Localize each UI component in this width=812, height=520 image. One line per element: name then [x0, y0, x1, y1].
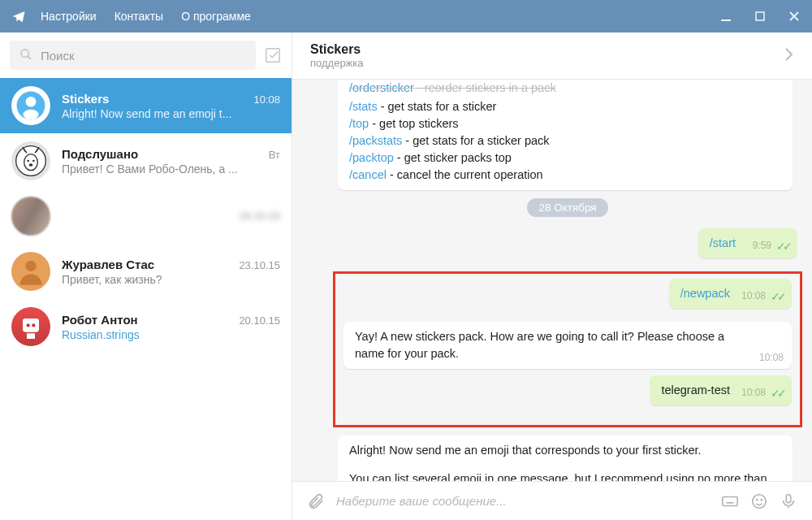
- svg-line-5: [28, 56, 31, 59]
- compose-icon[interactable]: [264, 46, 282, 64]
- svg-point-27: [757, 499, 758, 500]
- avatar: [11, 197, 50, 236]
- chat-time: Вт: [269, 149, 280, 161]
- attach-icon[interactable]: [307, 492, 325, 510]
- titlebar: Настройки Контакты О программе: [0, 0, 812, 32]
- chat-time: 10:08: [253, 93, 280, 106]
- emoji-icon[interactable]: [750, 492, 768, 510]
- search-icon: [19, 48, 32, 63]
- chat-time: 23.10.15: [239, 259, 280, 271]
- message-in-yay: Yay! A new stickers pack. How are we goi…: [343, 322, 792, 369]
- message-input[interactable]: [336, 494, 710, 508]
- avatar: [11, 141, 50, 180]
- chevron-right-icon[interactable]: [784, 47, 794, 65]
- date-chip: 28 Октября: [527, 198, 607, 217]
- menu-contacts[interactable]: Контакты: [114, 10, 163, 23]
- sidebar: Поиск Stickers10:08 Alright! Now send me…: [0, 32, 292, 520]
- app-menu: Настройки Контакты О программе: [41, 10, 251, 23]
- svg-point-26: [753, 494, 767, 508]
- avatar: [11, 307, 50, 346]
- messages-area[interactable]: /ordersticker - reorder stickers in a pa…: [292, 80, 812, 481]
- message-out-start: /start 9:59✓✓: [698, 228, 797, 258]
- svg-rect-19: [27, 333, 35, 339]
- chat-name: Журавлев Стас: [62, 258, 154, 271]
- svg-rect-1: [756, 12, 764, 20]
- chat-list-item[interactable]: ПодслушаноВт Привет! С Вами Робо-Олень, …: [0, 133, 292, 188]
- telegram-logo-icon: [11, 9, 26, 24]
- chat-preview: Alright! Now send me an emoji t...: [62, 107, 280, 120]
- chat-name: Подслушано: [62, 147, 138, 161]
- chat-list-item[interactable]: Stickers10:08 Alright! Now send me an em…: [0, 78, 292, 133]
- message-in-alright: Alright! Now send me an emoji that corre…: [338, 436, 793, 481]
- read-checks-icon: ✓✓: [771, 288, 784, 305]
- svg-rect-6: [266, 49, 280, 63]
- chat-list-item[interactable]: Журавлев Стас23.10.15 Привет, как жизнь?: [0, 244, 292, 299]
- chat-name: Робот Антон: [62, 313, 138, 327]
- message-commands: /ordersticker - reorder stickers in a pa…: [338, 80, 793, 190]
- avatar: [11, 252, 50, 291]
- svg-point-4: [21, 50, 28, 57]
- svg-point-28: [761, 499, 762, 500]
- chat-header[interactable]: Stickers поддержка: [292, 32, 812, 80]
- chat-list-item[interactable]: Робот Антон20.10.15 Russian.strings: [0, 299, 292, 354]
- keyboard-icon[interactable]: [721, 492, 739, 510]
- chat-preview: Привет, как жизнь?: [62, 273, 280, 286]
- message-out-telegram-test: telegram-test 10:08✓✓: [650, 375, 792, 405]
- close-icon[interactable]: [788, 10, 801, 23]
- chat-preview: Russian.strings: [62, 328, 280, 341]
- menu-settings[interactable]: Настройки: [41, 10, 97, 23]
- avatar: [11, 86, 50, 125]
- chat-title: Stickers: [310, 42, 364, 57]
- svg-rect-29: [786, 494, 791, 502]
- svg-point-8: [26, 97, 37, 107]
- search-input[interactable]: Поиск: [10, 41, 256, 70]
- highlight-box: /newpack 10:08✓✓ Yay! A new stickers pac…: [333, 271, 802, 427]
- chat-list-item[interactable]: 24.10.15: [0, 188, 292, 244]
- svg-point-12: [27, 160, 29, 162]
- read-checks-icon: ✓✓: [776, 238, 789, 254]
- search-placeholder: Поиск: [41, 49, 75, 63]
- svg-point-15: [25, 261, 36, 271]
- chat-panel: Stickers поддержка /ordersticker - reord…: [292, 32, 812, 520]
- mic-icon[interactable]: [780, 492, 797, 510]
- svg-point-9: [24, 110, 39, 120]
- minimize-icon[interactable]: [719, 10, 732, 23]
- svg-point-14: [29, 163, 33, 166]
- svg-rect-20: [723, 496, 737, 505]
- svg-point-13: [32, 160, 35, 162]
- chat-name: Stickers: [62, 92, 109, 106]
- read-checks-icon: ✓✓: [771, 385, 784, 401]
- chat-subtitle: поддержка: [310, 57, 364, 69]
- maximize-icon[interactable]: [754, 10, 767, 23]
- chat-time: 24.10.15: [239, 210, 280, 222]
- menu-about[interactable]: О программе: [181, 10, 251, 23]
- chat-preview: Привет! С Вами Робо-Олень, а ...: [62, 162, 280, 176]
- message-out-newpack: /newpack 10:08✓✓: [669, 279, 792, 309]
- svg-point-17: [27, 323, 30, 327]
- svg-rect-16: [23, 318, 39, 332]
- svg-point-18: [32, 323, 35, 327]
- input-bar: [292, 481, 812, 520]
- svg-point-11: [24, 154, 38, 171]
- chat-time: 20.10.15: [239, 314, 280, 327]
